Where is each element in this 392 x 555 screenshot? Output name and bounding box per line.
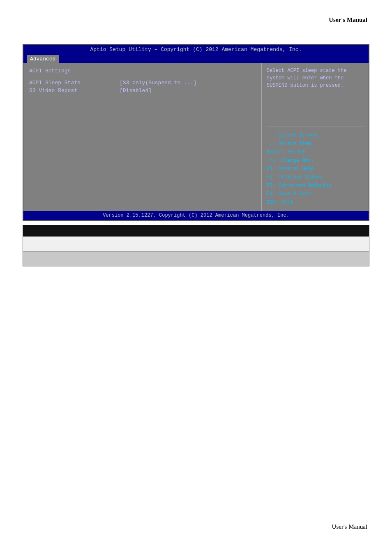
key-f2-previous: F2: Previous Values xyxy=(267,173,364,181)
bios-setting-value-s3-video: [Disabled] xyxy=(120,88,152,94)
table-row xyxy=(23,251,369,266)
key-esc-exit: ESC: Exit xyxy=(267,199,364,207)
key-select-screen: →←: Select Screen xyxy=(267,131,364,139)
header-title: User's Manual xyxy=(329,16,367,23)
bios-setting-row-s3-video[interactable]: S3 Video Repost [Disabled] xyxy=(29,88,256,94)
table-cell-right-2 xyxy=(105,252,369,266)
key-f4-save: F4: Save & Exit xyxy=(267,190,364,198)
bios-tab-bar: Advanced xyxy=(23,54,369,63)
key-f1-help: F1: General Help xyxy=(267,165,364,173)
bios-title-bar: Aptio Setup Utility – Copyright (C) 2012… xyxy=(23,45,369,54)
bios-footer: Version 2.15.1227. Copyright (C) 2012 Am… xyxy=(23,211,369,220)
bios-setting-row-acpi-sleep[interactable]: ACPI Sleep State [S3 only(Suspend to ...… xyxy=(29,80,256,86)
bios-help-text: Select ACPI sleep state the system will … xyxy=(267,67,364,123)
page-header: User's Manual xyxy=(0,0,392,32)
bios-right-panel: Select ACPI sleep state the system will … xyxy=(262,63,369,211)
bios-left-panel: ACPI Settings ACPI Sleep State [S3 only(… xyxy=(23,63,262,211)
table-row xyxy=(23,236,369,251)
bios-divider xyxy=(267,127,364,127)
bios-setting-label-s3-video: S3 Video Repost xyxy=(29,88,120,94)
bios-setting-label-acpi-sleep: ACPI Sleep State xyxy=(29,80,120,86)
bios-keys: →←: Select Screen ↑↓: Select Item Enter:… xyxy=(267,131,364,207)
key-f3-defaults: F3: Optimized Defaults xyxy=(267,182,364,190)
table-cell-right-1 xyxy=(105,237,369,251)
table-cell-left-1 xyxy=(23,237,105,251)
bios-setting-value-acpi-sleep: [S3 only(Suspend to ...] xyxy=(120,80,196,86)
bios-section-title: ACPI Settings xyxy=(29,68,256,74)
info-table-header xyxy=(23,225,369,236)
key-enter-select: Enter: Select xyxy=(267,148,364,156)
bios-screenshot: Aptio Setup Utility – Copyright (C) 2012… xyxy=(23,44,369,221)
key-select-item: ↑↓: Select Item xyxy=(267,140,364,148)
page-footer: User's Manual xyxy=(332,523,367,530)
info-table xyxy=(23,225,369,266)
table-cell-left-2 xyxy=(23,252,105,266)
bios-tab-advanced[interactable]: Advanced xyxy=(27,55,59,63)
key-change-opt: +/-: Change Opt. xyxy=(267,157,364,165)
bios-body: ACPI Settings ACPI Sleep State [S3 only(… xyxy=(23,63,369,211)
